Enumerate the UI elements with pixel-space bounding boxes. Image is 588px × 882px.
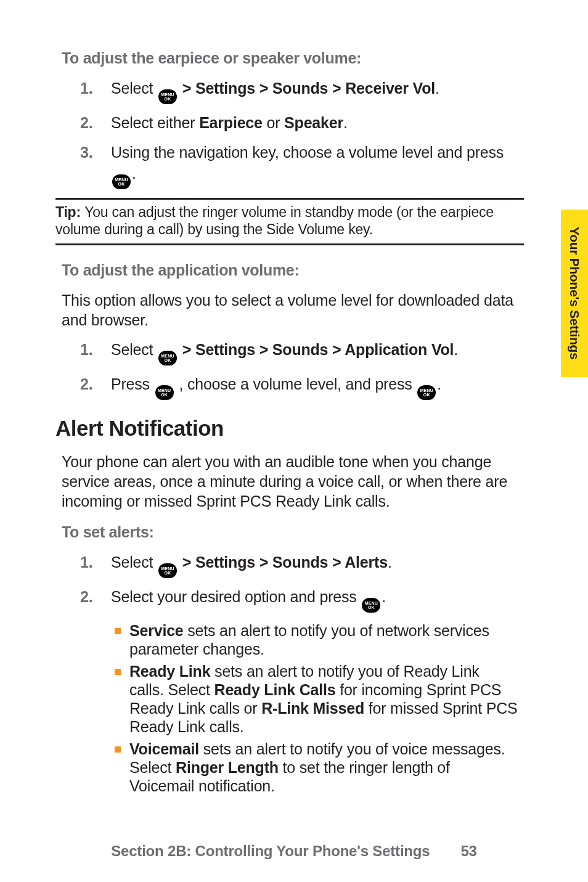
step-end: . [437,375,441,393]
bullet-bold: Service [129,622,184,639]
bullet-item: Service sets an alert to notify you of n… [62,621,518,658]
footer-section: Section 2B: Controlling Your Phone's Set… [111,843,430,859]
step-text: Select [111,341,157,358]
bullet-list-alerts: Service sets an alert to notify you of n… [62,621,518,795]
step-end: . [343,114,348,131]
menu-ok-icon: MENUOK [158,563,177,578]
step-number: 2. [80,113,92,134]
bullet-bold: R-Link Missed [261,700,364,717]
step-bold: Earpiece [199,114,263,131]
step-item: 1. Select MENUOK > Settings > Sounds > R… [62,78,518,104]
menu-ok-icon: MENUOK [158,351,177,365]
menu-ok-icon: MENUOK [158,89,177,104]
subhead-application-volume: To adjust the application volume: [62,261,518,279]
footer-page-number: 53 [460,843,476,859]
step-end: . [382,588,386,605]
intro-application-volume: This option allows you to select a volum… [62,290,518,330]
step-bold: > Settings > Sounds > Alerts [178,553,388,571]
steps-set-alerts: 1. Select MENUOK > Settings > Sounds > A… [62,552,518,613]
subhead-earpiece-volume: To adjust the earpiece or speaker volume… [62,49,518,67]
bullet-bold: Ready Link Calls [214,681,336,698]
tip-box: Tip: You can adjust the ringer volume in… [55,198,524,246]
step-text: , choose a volume level, and press [175,375,417,393]
side-tab-label: Your Phone's Settings [567,227,582,359]
page-content: To adjust the earpiece or speaker volume… [62,49,518,795]
intro-alert-notification: Your phone can alert you with an audible… [62,452,518,511]
steps-application-volume: 1. Select MENUOK > Settings > Sounds > A… [62,340,518,400]
steps-earpiece-volume: 1. Select MENUOK > Settings > Sounds > R… [62,78,518,189]
step-bold: Speaker [284,114,343,131]
step-text: Press [111,375,154,393]
menu-ok-icon: MENUOK [155,385,174,400]
step-number: 1. [80,78,92,99]
step-number: 1. [80,552,92,573]
step-item: 2. Select either Earpiece or Speaker. [62,113,518,134]
menu-ok-icon: MENUOK [362,598,380,613]
step-text: Select [111,80,157,97]
step-item: 2. Select your desired option and press … [62,587,518,613]
step-end: . [454,341,458,358]
subhead-set-alerts: To set alerts: [62,523,518,541]
step-item: 3. Using the navigation key, choose a vo… [62,142,518,189]
step-number: 2. [80,587,92,608]
step-number: 3. [80,142,92,163]
step-text: or [263,114,284,131]
step-text: Select your desired option and press [111,588,361,605]
bullet-item: Voicemail sets an alert to notify you of… [62,740,518,795]
side-tab: Your Phone's Settings [561,210,588,377]
tip-label: Tip: [55,204,84,220]
step-item: 2. Press MENUOK , choose a volume level,… [62,374,518,400]
step-end: . [132,165,136,182]
step-number: 1. [80,340,92,361]
step-bold: > Settings > Sounds > Application Vol [178,341,454,358]
step-bold: > Settings > Sounds > Receiver Vol [178,80,435,97]
bullet-bold: Ringer Length [176,759,279,776]
step-item: 1. Select MENUOK > Settings > Sounds > A… [62,340,518,365]
step-text: Select either [111,114,199,131]
page-footer: Section 2B: Controlling Your Phone's Set… [0,843,588,860]
tip-text: You can adjust the ringer volume in stan… [55,204,494,238]
bullet-bold: Ready Link [129,663,210,680]
step-number: 2. [80,374,92,395]
step-end: . [388,553,392,571]
menu-ok-icon: MENUOK [112,174,131,189]
bullet-bold: Voicemail [129,740,199,757]
step-item: 1. Select MENUOK > Settings > Sounds > A… [62,552,518,578]
step-text: Select [111,553,157,571]
menu-ok-icon: MENUOK [417,385,436,400]
step-end: . [435,80,439,97]
bullet-text: sets an alert to notify you of network s… [129,622,489,658]
heading-alert-notification: Alert Notification [55,416,518,441]
bullet-item: Ready Link sets an alert to notify you o… [62,662,518,736]
step-text: Using the navigation key, choose a volum… [111,144,504,161]
